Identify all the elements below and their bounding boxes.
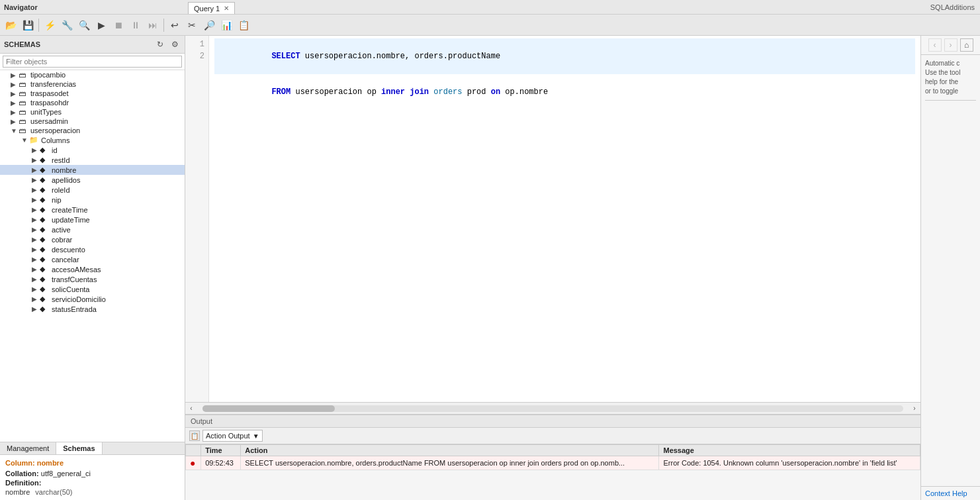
tree-item-usersadmin[interactable]: ▶ 🗃 usersadmin (0, 117, 185, 126)
tab-label: Query 1 (194, 5, 220, 13)
time-cell: 09:52:43 (201, 456, 241, 470)
context-button[interactable]: 📋 (236, 17, 251, 33)
toolbar-sep-1 (38, 19, 39, 32)
context-help-link[interactable]: Context Help (921, 486, 980, 500)
cut-button[interactable]: ✂ (184, 17, 200, 33)
tree-item-nombre[interactable]: ▶ ◆ nombre (0, 165, 185, 175)
table-icon: 🗃 (19, 117, 29, 125)
tree-item-roleId[interactable]: ▶ ◆ roleId (0, 185, 185, 195)
filter-input[interactable] (3, 56, 182, 68)
tree-item-transferencias[interactable]: ▶ 🗃 transferencias (0, 79, 185, 89)
tree-item-transfCuentas[interactable]: ▶ ◆ transfCuentas (0, 274, 185, 284)
right-panel-content: Automatic c Use the tool help for the or… (921, 55, 980, 486)
tree-item-cobrar[interactable]: ▶ ◆ cobrar (0, 234, 185, 244)
scroll-track[interactable] (202, 405, 903, 412)
tree-item-solicCuenta[interactable]: ▶ ◆ solicCuenta (0, 284, 185, 294)
info-definition-row: nombre varchar(50) (5, 488, 179, 496)
nav-back-btn[interactable]: ‹ (928, 38, 942, 52)
output-toolbar: 📋 Action Output ▼ (185, 428, 920, 444)
tree-item-usersoperacion[interactable]: ▼ 🗃 usersoperacion (0, 126, 185, 135)
filter-row (0, 54, 185, 70)
tree-item-traspasohdr[interactable]: ▶ 🗃 traspasohdr (0, 98, 185, 107)
search-button[interactable]: 🔎 (201, 17, 217, 33)
tree-item-createTime[interactable]: ▶ ◆ createTime (0, 205, 185, 215)
toggle-id: ▶ (32, 146, 40, 154)
tree-item-tipocambio[interactable]: ▶ 🗃 tipocambio (0, 70, 185, 79)
table-icon: 🗃 (19, 108, 29, 116)
format-button[interactable]: 📊 (218, 17, 234, 33)
pause-button[interactable]: ⏸ (128, 17, 144, 33)
schemas-refresh-btn[interactable]: ↻ (154, 38, 166, 50)
right-panel: ‹ › ⌂ Automatic c Use the tool help for … (920, 36, 980, 500)
schemas-label: SCHEMAS (4, 40, 40, 48)
id-usersop: usersoperacion op (295, 87, 381, 97)
column-icon: ◆ (40, 245, 50, 254)
toggle-traspasodet: ▶ (11, 90, 19, 97)
tree-item-unitTypes[interactable]: ▶ 🗃 unitTypes (0, 107, 185, 117)
tree-item-traspasodet[interactable]: ▶ 🗃 traspasodet (0, 89, 185, 98)
kw-inner-join: inner join (381, 87, 433, 97)
undo-button[interactable]: ↩ (167, 17, 183, 33)
collation-label: Collation: (5, 470, 39, 477)
tree-item-id[interactable]: ▶ ◆ id (0, 145, 185, 155)
def-name: nombre (5, 488, 30, 496)
table-row[interactable]: ● 09:52:43 SELECT usersoperacion.nombre,… (186, 456, 920, 470)
tree-item-cancelar[interactable]: ▶ ◆ cancelar (0, 254, 185, 264)
sql-editor[interactable]: 1 2 SELECT usersoperacion.nombre, orders… (185, 36, 920, 402)
execute-current-button[interactable]: 🔧 (59, 17, 75, 33)
label-accesoAMesas: accesoAMesas (52, 266, 101, 274)
tree-item-apellidos[interactable]: ▶ ◆ apellidos (0, 175, 185, 185)
output-selector[interactable]: Action Output ▼ (202, 430, 263, 442)
column-icon: ◆ (40, 185, 50, 194)
scroll-right-icon[interactable]: › (909, 405, 920, 412)
toggle-statusEntrada: ▶ (32, 305, 40, 313)
right-content-line-1: Automatic c (925, 59, 976, 68)
nav-home-btn[interactable]: ⌂ (960, 38, 973, 52)
tree-item-statusEntrada[interactable]: ▶ ◆ statusEntrada (0, 304, 185, 314)
nav-forward-btn[interactable]: › (944, 38, 958, 52)
h-scrollbar[interactable]: ‹ › (185, 402, 920, 414)
tree-item-active[interactable]: ▶ ◆ active (0, 225, 185, 234)
scroll-left-icon[interactable]: ‹ (185, 405, 197, 412)
table-icon: 🗃 (19, 126, 29, 134)
run-button[interactable]: ▶ (93, 17, 109, 33)
action-cell: SELECT usersoperacion.nombre, orders.pro… (241, 456, 659, 470)
label-tipocambio: tipocambio (30, 71, 66, 79)
info-panel: Column: nombre Collation: utf8_general_c… (0, 455, 185, 500)
id-usersop-nombre: usersoperacion.nombre, orders.productNam… (305, 52, 500, 61)
toggle-updateTime: ▶ (32, 216, 40, 223)
table-icon: 🗃 (19, 89, 29, 97)
tree-item-columns-folder[interactable]: ▼ 📁 Columns (0, 135, 185, 145)
sql-code-area[interactable]: SELECT usersoperacion.nombre, orders.pro… (209, 36, 920, 402)
error-icon-cell: ● (186, 456, 201, 470)
toggle-transferencias: ▶ (11, 81, 19, 88)
tree-item-descuento[interactable]: ▶ ◆ descuento (0, 244, 185, 254)
label-descuento: descuento (52, 246, 85, 254)
kw-on: on (491, 87, 506, 97)
tab-schemas[interactable]: Schemas (56, 442, 102, 454)
skip-button[interactable]: ⏭ (145, 17, 161, 33)
label-roleId: roleId (52, 186, 70, 194)
tree-item-restId[interactable]: ▶ ◆ restId (0, 155, 185, 165)
tab-close-icon[interactable]: ✕ (224, 5, 229, 12)
save-button[interactable]: 💾 (20, 17, 36, 33)
tree-item-nip[interactable]: ▶ ◆ nip (0, 195, 185, 205)
scroll-thumb[interactable] (202, 405, 335, 412)
execute-button[interactable]: ⚡ (42, 17, 58, 33)
info-label: Column: (5, 459, 35, 467)
explain-button[interactable]: 🔍 (76, 17, 92, 33)
label-createTime: createTime (52, 206, 88, 214)
label-traspasohdr: traspasohdr (30, 99, 69, 107)
stop-button[interactable]: ⏹ (111, 17, 126, 33)
tab-management[interactable]: Management (0, 442, 56, 454)
schemas-config-btn[interactable]: ⚙ (169, 38, 181, 50)
tree-item-servicioDomicilio[interactable]: ▶ ◆ servicioDomicilio (0, 294, 185, 304)
column-icon: ◆ (40, 195, 50, 204)
label-usersoperacion: usersoperacion (30, 126, 80, 134)
table-icon: 🗃 (19, 80, 29, 88)
tree-item-updateTime[interactable]: ▶ ◆ updateTime (0, 215, 185, 225)
open-button[interactable]: 📂 (3, 17, 19, 33)
toggle-transfCuentas: ▶ (32, 275, 40, 283)
query-tab[interactable]: Query 1 ✕ (188, 2, 235, 14)
tree-item-accesoAMesas[interactable]: ▶ ◆ accesoAMesas (0, 264, 185, 274)
